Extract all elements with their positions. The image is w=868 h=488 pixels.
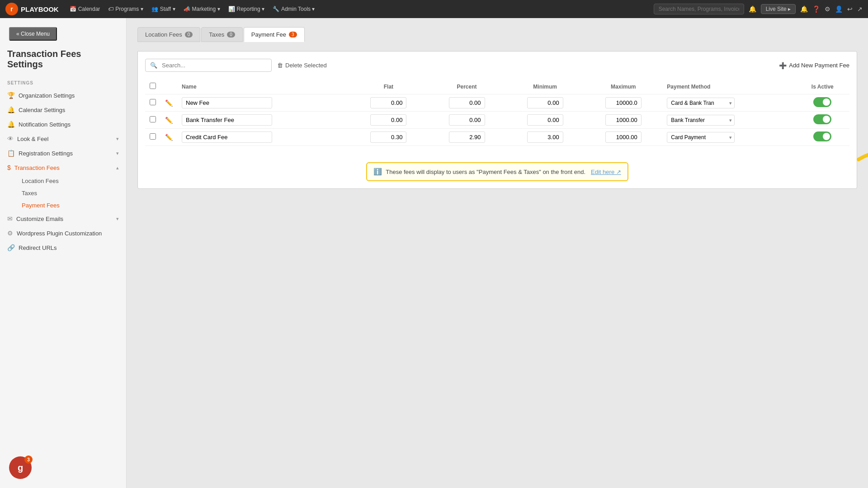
nav-reporting[interactable]: 📊 Reporting ▾ [225,4,268,14]
page-title: Transaction Fees Settings [0,45,126,77]
sidebar-item-calendar-settings[interactable]: 🔔 Calendar Settings [0,103,126,117]
user-icon[interactable]: 👤 [835,5,843,13]
question-circle-icon: 🔔 [749,5,756,13]
edit-icon-2[interactable]: ✏️ [165,134,173,141]
sidebar-item-customize-emails[interactable]: ✉ Customize Emails ▾ [0,211,126,226]
sidebar-notification-settings-label: Notification Settings [19,121,71,128]
flat-input-0[interactable] [370,97,406,108]
name-input-0[interactable] [182,97,272,108]
plugin-icon: ⚙ [7,230,13,237]
sidebar-sub-location-fees[interactable]: Location Fees [7,175,126,187]
method-select-0[interactable]: Card & Bank Tran Card & Bank Tran Bank T… [667,98,735,108]
search-input[interactable] [162,62,267,69]
nav-admin-tools[interactable]: 🔧 Admin Tools ▾ [269,4,318,14]
programs-icon: 🏷 [108,6,113,12]
global-search-input[interactable] [654,4,744,14]
tab-taxes[interactable]: Taxes 0 [201,27,243,42]
main-content: Location Fees 0 Taxes 0 Payment Fee 3 🔍 [127,18,868,488]
edit-icon-1[interactable]: ✏️ [165,117,173,124]
user-notification-badge: 3 [24,455,33,464]
nav-marketing[interactable]: 📣 Marketing ▾ [180,4,224,14]
sidebar-item-notification-settings[interactable]: 🔔 Notification Settings [0,117,126,131]
info-circle-icon: ℹ️ [373,168,382,176]
nav-right: 🔔 Live Site ▸ 🔔 ❓ ⚙ 👤 ↩ ↗ [654,4,863,14]
logo-icon: r [5,3,18,15]
search-icon: 🔍 [150,62,157,69]
maximum-input-1[interactable] [605,114,642,126]
active-toggle-2[interactable] [813,131,831,141]
maximum-input-0[interactable] [605,97,642,108]
user-initial: g [18,463,23,473]
bell-icon[interactable]: 🔔 [800,5,808,13]
sidebar-item-look-feel[interactable]: 👁 Look & Feel ▾ [0,131,126,146]
external-link-icon[interactable]: ↗ [857,5,863,13]
name-input-1[interactable] [182,114,272,126]
trash-icon: 🗑 [277,62,283,69]
nav-calendar[interactable]: 📅 Calendar [66,4,104,14]
row-checkbox-0[interactable] [150,99,156,105]
sidebar-look-feel-label: Look & Feel [17,136,48,142]
sidebar-sub-payment-fees[interactable]: Payment Fees [7,199,126,211]
tab-location-fees-label: Location Fees [145,31,182,38]
flat-input-2[interactable] [370,131,406,143]
maximum-input-2[interactable] [605,131,642,143]
col-flat: Flat [349,79,428,94]
percent-input-2[interactable] [449,131,485,143]
info-text: These fees will display to users as "Pay… [386,169,585,175]
staff-icon: 👥 [151,6,158,12]
tabs-container: Location Fees 0 Taxes 0 Payment Fee 3 [137,27,857,42]
percent-input-0[interactable] [449,97,485,108]
settings-icon[interactable]: ⚙ [825,5,830,13]
name-input-2[interactable] [182,131,272,143]
edit-here-link[interactable]: Edit here ↗ [591,169,621,175]
row-checkbox-2[interactable] [150,133,156,140]
logo-text: PLAYBOOK [21,5,59,13]
chevron-up-icon: ▴ [116,165,119,171]
table-row: ✏️ Card & Bank Tran Card & Bank Tran Ban… [145,94,849,112]
logo[interactable]: r PLAYBOOK [5,3,59,15]
tab-location-fees[interactable]: Location Fees 0 [137,27,200,42]
percent-input-1[interactable] [449,114,485,126]
method-select-wrap-0: Card & Bank Tran Card & Bank Tran Bank T… [667,98,735,108]
sidebar-item-registration-settings[interactable]: 📋 Registration Settings ▾ [0,146,126,160]
nav-marketing-label: Marketing ▾ [192,6,220,12]
nav-programs[interactable]: 🏷 Programs ▾ [104,4,146,14]
active-toggle-1[interactable] [813,114,831,124]
flat-input-1[interactable] [370,114,406,126]
live-site-button[interactable]: Live Site ▸ [761,4,796,14]
main-layout: « Close Menu Transaction Fees Settings S… [0,18,868,488]
chevron-down-icon-3: ▾ [116,216,119,222]
minimum-input-2[interactable] [527,131,563,143]
tab-payment-fee[interactable]: Payment Fee 3 [244,27,305,42]
sidebar-calendar-settings-label: Calendar Settings [19,107,65,113]
table-header: Name Flat Percent Minimum Maximum [145,79,849,94]
payment-fees-panel: 🔍 🗑 Delete Selected ➕ Add New Payment Fe… [137,51,857,189]
sidebar-item-wordpress[interactable]: ⚙ Wordpress Plugin Customization [0,226,126,240]
edit-icon-0[interactable]: ✏️ [165,99,173,107]
eye-icon: 👁 [7,135,14,142]
minimum-input-1[interactable] [527,114,563,126]
table-row: ✏️ Card Payment Card & Bank Tran Bank Tr… [145,129,849,146]
sidebar-item-transaction-fees[interactable]: $ Transaction Fees ▴ [0,160,126,175]
minimum-input-0[interactable] [527,97,563,108]
user-avatar[interactable]: g 3 [9,456,32,479]
nav-staff[interactable]: 👥 Staff ▾ [148,4,179,14]
select-all-checkbox[interactable] [150,83,156,89]
method-select-1[interactable]: Bank Transfer Card & Bank Tran Bank Tran… [667,115,735,126]
sidebar-sub-taxes[interactable]: Taxes [7,187,126,199]
help-icon[interactable]: ❓ [812,5,820,13]
close-menu-button[interactable]: « Close Menu [9,27,57,41]
add-new-payment-fee-button[interactable]: ➕ Add New Payment Fee [779,62,849,69]
active-toggle-0[interactable] [813,97,831,107]
registration-icon: 📋 [7,150,15,157]
logout-icon[interactable]: ↩ [847,5,853,13]
fees-table: Name Flat Percent Minimum Maximum [145,79,849,146]
col-maximum: Maximum [584,79,662,94]
method-select-2[interactable]: Card Payment Card & Bank Tran Bank Trans… [667,132,735,143]
nav-calendar-label: Calendar [78,6,100,12]
delete-selected-button[interactable]: 🗑 Delete Selected [277,62,327,69]
sidebar-item-redirect-urls[interactable]: 🔗 Redirect URLs [0,240,126,255]
sidebar-item-organization-settings[interactable]: 🏆 Organization Settings [0,88,126,103]
row-checkbox-1[interactable] [150,116,156,122]
info-box: ℹ️ These fees will display to users as "… [366,162,628,181]
